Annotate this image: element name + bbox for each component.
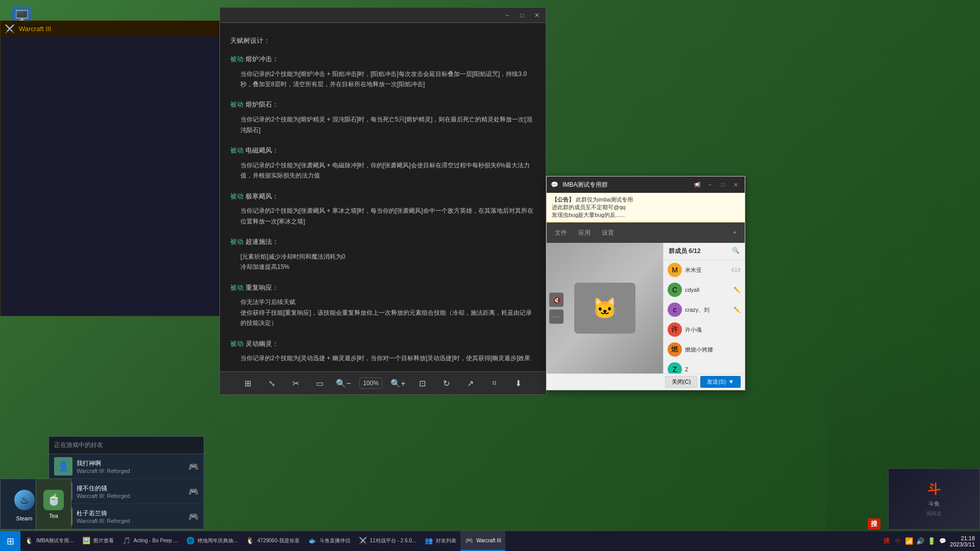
skill-section-4: 被动 极寒飓风： 当你记录的2个技能为[张袭飓风 + 寒冰之墙]时，每当你的[张… [230,191,535,227]
qq-minimize-button[interactable]: − [705,181,715,189]
skill-trigger-4: 被动 [230,192,243,200]
taskbar-item-wc3[interactable]: 🎮 Warcraft III [460,531,505,551]
skill-header-3: 被动 电磁飓风： [230,145,535,156]
qq-send-dropdown-icon[interactable]: ▼ [728,379,734,385]
clock-time: 21:18 [950,535,975,541]
qq-close-call-button[interactable]: 关闭(C) [665,376,697,388]
skill-trigger-5: 被动 [230,238,243,245]
skill-trigger-2: 被动 [230,101,243,108]
steam-friend-2[interactable]: 👤 撞不住的骚 Warcraft III: Reforged 🎮 [49,479,204,504]
tray-chinese-icon[interactable]: 中 [893,537,902,546]
doc-close-button[interactable]: ✕ [531,11,543,20]
taskbar-item-qq4729[interactable]: 🐧 4729060-我是你喜 [241,531,303,551]
wc3-titlebar: ⚔️ Warcraft III [1,21,222,36]
qq-member-item-5[interactable]: 燃 燃烧小烤腰 [664,340,745,360]
skill-name-3: 电磁飓风： [246,146,279,154]
qq-file-button[interactable]: 文件 [552,227,570,239]
taskbar-item-imba[interactable]: 🐧 IMBA测试专用... [20,531,78,551]
steam-app-icon[interactable]: ♨ [12,487,37,513]
qq-member-item-4[interactable]: 许 许小魂 [664,320,745,340]
tray-volume-icon[interactable]: 🔊 [916,537,925,546]
taskbar-item-zhounian[interactable]: 🌐 绝地周年庆典抽... [182,531,241,551]
qq-member-item-3[interactable]: c crazy、刘 ✏️ [664,300,745,320]
qq-app-button[interactable]: 应用 [575,227,594,239]
skill-section-1: 被动 熔炉冲击： 当你记录的2个技能为[熔炉冲击 + 阳焰冲击]时，[阳焰冲击]… [230,54,535,90]
taskbar-item-acting[interactable]: 🎵 Acting - Bo Peep ... [118,531,182,551]
qq-member-item-2[interactable]: C cdyall ✏️ [664,280,745,300]
qq-win-controls: 📢 − □ ✕ [692,181,741,189]
taskbar-label-imgviewer: 图片查看 [93,537,114,544]
tool-frame-button[interactable]: ▭ [311,375,328,391]
tray-ime-icon[interactable]: 搜 [882,537,891,546]
friend-info-2: 撞不住的骚 Warcraft III: Reforged [77,484,184,499]
doc-maximize-button[interactable]: □ [516,11,528,20]
start-button[interactable]: ⊞ [0,531,20,552]
skill-trigger-1: 被动 [230,55,243,63]
steam-friend-popup: 正在游戏中的好友 👤 我打神啊 Warcraft III: Reforged 🎮… [48,436,204,530]
qq-member-action-2[interactable]: ✏️ [733,287,741,293]
tool-rotate-button[interactable]: ↻ [438,375,454,391]
steam-friend-1[interactable]: 👤 我打神啊 Warcraft III: Reforged 🎮 [49,454,204,479]
qq-mute-button[interactable]: 🔇 [549,293,564,307]
tea-logo-icon[interactable]: 🍵 [43,490,64,510]
doc-window-controls: − □ ✕ [501,11,543,20]
skill-section-5: 被动 超速施法： [元素祈焰]减少冷却时间和魔法消耗为0 冷却加速提高15% [230,237,535,272]
qq-member-count: 群成员 6/12 [669,247,701,255]
tray-notification-icon[interactable]: 💬 [938,537,947,546]
qq-member-item-6[interactable]: Z Z [664,360,745,373]
qq-member-item-1[interactable]: M 米米亚 618 [664,260,745,280]
tool-trim-button[interactable]: ⌗ [486,375,502,391]
tray-battery-icon[interactable]: 🔋 [927,537,936,546]
skill-header-1: 被动 熔炉冲击： [230,54,535,65]
skill-desc-1: 当你记录的2个技能为[熔炉冲击 + 阳焰冲击]时，[阳焰冲击]每次攻击会延目标叠… [230,69,535,90]
taskbar: ⊞ 🐧 IMBA测试专用... 🖼️ 图片查看 🎵 Acting - Bo Pe… [0,531,980,551]
taskbar-item-battle[interactable]: ⚔️ 11对战平台 - 2.6.0... [354,531,421,551]
clock-date: 2023/3/11 [950,541,975,547]
taskbar-clock[interactable]: 21:18 2023/3/11 [950,535,975,547]
douyu-logo-icon: 斗 [928,481,940,497]
qq-report-button[interactable]: 📢 [692,181,702,189]
doc-intro: 天赋树设计： [230,36,535,46]
tool-actual-size-button[interactable]: ⊡ [414,375,430,391]
skill-desc-5: [元素祈焰]减少冷却时间和魔法消耗为0 冷却加速提高15% [230,252,535,272]
qq-search-member-icon[interactable]: 🔍 [732,247,740,254]
skill-header-6: 被动 重复响应： [230,283,535,293]
tool-crop-button[interactable]: ✂ [287,375,304,391]
qq-member-action-3[interactable]: ✏️ [733,307,741,313]
qq-member-action-1[interactable]: 618 [731,267,741,273]
tool-zoom-out-button[interactable]: 🔍− [335,375,352,391]
qq-member-name-6: Z [685,366,741,372]
steam-friend-3[interactable]: 👤 杜子若兰骑 Warcraft III: Reforged 🎮 [49,504,204,529]
qq-add-button[interactable]: + [730,228,740,238]
qq-member-name-5: 燃烧小烤腰 [685,346,741,354]
tool-share-button[interactable]: ↗ [462,375,478,391]
qq-titlebar: 💬 IMBA测试专用群 📢 − □ ✕ [547,177,745,193]
doc-minimize-button[interactable]: − [501,11,513,20]
taskbar-item-imgviewer[interactable]: 🖼️ 图片查看 [78,531,118,551]
tool-grid-button[interactable]: ⊞ [239,375,256,391]
qq-settings-button[interactable]: 设置 [599,227,617,239]
ime-indicator[interactable]: 搜 [868,518,880,530]
qq-close-button[interactable]: ✕ [730,181,741,189]
qq-chat-area[interactable]: 🐱 🔇 ⋯ [547,243,663,373]
douyu-label: 斗鱼 [928,500,940,508]
taskbar-icon-friends: 👥 [424,536,433,545]
doc-content-area[interactable]: 天赋树设计： 被动 熔炉冲击： 当你记录的2个技能为[熔炉冲击 + 阳焰冲击]时… [220,23,546,371]
tray-icons: 搜 中 📶 🔊 🔋 💬 [882,537,947,546]
tool-zoom-in-button[interactable]: 🔍+ [390,375,406,391]
qq-header-bar: 文件 应用 设置 + [547,222,745,243]
qq-more-button[interactable]: ⋯ [549,310,564,324]
qq-maximize-button[interactable]: □ [718,181,728,189]
skill-desc-2: 当你记录的2个技能为[熔炉精灵 + 混沌陨石]时，每当死亡5只[熔炉精灵]，则在… [230,114,535,135]
taskbar-icon-imgviewer: 🖼️ [82,536,91,545]
qq-send-button[interactable]: 发送(S) ▼ [700,376,741,388]
qq-side-actions: 🔇 ⋯ [549,293,564,324]
taskbar-item-friends[interactable]: 👥 好友列表 [420,531,460,551]
qq-group-member-title: 群成员 6/12 🔍 [664,243,745,260]
tool-download-button[interactable]: ⬇ [510,375,526,391]
document-window: − □ ✕ 天赋树设计： 被动 熔炉冲击： 当你记录的2个技能为[熔炉冲击 + … [219,7,546,395]
taskbar-item-douyu[interactable]: 🐟 斗鱼直播伴侣 [304,531,354,551]
tray-network-icon[interactable]: 📶 [904,537,914,546]
start-icon: ⊞ [7,536,14,547]
tool-select-button[interactable]: ⤡ [263,375,280,391]
